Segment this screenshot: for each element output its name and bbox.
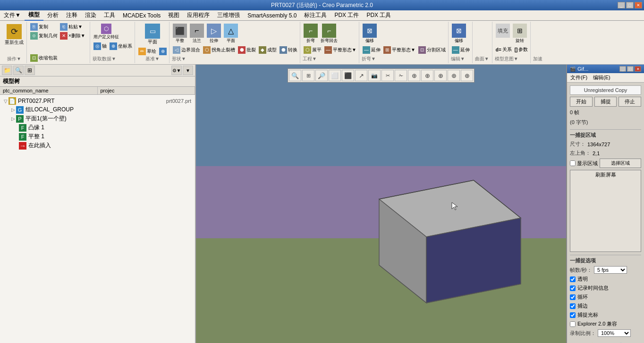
btn-bend[interactable]: ⌐ 折弯 [303, 23, 319, 45]
btn-flat-state2[interactable]: ⊞平整形态▼ [382, 46, 416, 54]
tree-item-feature2[interactable]: F 平整 1 [2, 132, 193, 141]
tree-filter-btn[interactable]: ▼ [183, 66, 193, 75]
maximize-button[interactable]: □ [626, 2, 634, 8]
close-button[interactable]: ✕ [635, 2, 642, 8]
gif-menu-edit[interactable]: 编辑(E) [590, 74, 613, 82]
btn-flatten[interactable]: ⬛ 平整 [172, 23, 188, 45]
vp-btn-frame2[interactable]: ⬛ [342, 70, 354, 81]
btn-flat-state[interactable]: —平整形态▼ [323, 46, 357, 54]
gif-minimize-btn[interactable]: _ [619, 66, 626, 72]
btn-copy[interactable]: ⎘复制 [29, 23, 59, 31]
btn-axis[interactable]: ◎轴 [93, 42, 108, 50]
gif-explorer-checkbox[interactable] [570, 321, 576, 327]
menu-smartassembly[interactable]: SmartAssembly 5.0 [244, 11, 300, 20]
btn-extrude[interactable]: ▷ 拉伸 [206, 23, 222, 45]
menu-apps[interactable]: 应用程序 [183, 10, 213, 20]
btn-unbend[interactable]: ⌐ 折弯回去 [320, 23, 339, 45]
menu-3d-enhance[interactable]: 三维增强 [213, 10, 244, 20]
gif-start-btn[interactable]: 开始 [570, 97, 593, 107]
vp-btn-plus2[interactable]: ⊕ [421, 70, 433, 81]
vp-btn-frame1[interactable]: ⬜ [329, 70, 341, 81]
vp-btn-cut1[interactable]: ✂ [381, 70, 394, 81]
gif-close-btn[interactable]: ✕ [635, 66, 641, 72]
btn-crack[interactable]: ⬢批裂 [237, 46, 257, 54]
tree-item-root[interactable]: ▽ 📄 PRT0027.PRT prt0027.prt [2, 97, 193, 105]
gif-cursor-checkbox[interactable] [570, 312, 576, 318]
btn-offset[interactable]: ⊠ 偏移 [362, 23, 378, 45]
menu-tools[interactable]: 工具 [100, 10, 119, 20]
btn-offset2[interactable]: ⊠ 偏移 [451, 23, 467, 45]
btn-relation[interactable]: d=关系 [495, 46, 513, 53]
btn-copy-geom[interactable]: ⎊复制几何 [29, 32, 59, 40]
gif-display-region-check[interactable]: 显示区域 [570, 160, 598, 167]
menu-render[interactable]: 渲染 [81, 10, 100, 20]
menu-pdx-part[interactable]: PDX 工件 [330, 10, 363, 20]
tree-item-root-value: prt0027.prt [166, 98, 191, 104]
tree-icon-search[interactable]: 🔍 [13, 66, 24, 75]
vp-btn-zoom-fit[interactable]: ⊞ [302, 70, 314, 81]
btn-fill[interactable]: 填充 [495, 23, 511, 45]
btn-sketch[interactable]: ✏草绘 [137, 47, 157, 56]
gif-stop-btn[interactable]: 停止 [619, 97, 641, 107]
vp-btn-plus1[interactable]: ⊕ [408, 70, 420, 81]
btn-surface[interactable]: △ 平面 [223, 23, 239, 45]
btn-extend[interactable]: —延伸 [362, 46, 381, 54]
menu-annotation[interactable]: 注释 [62, 10, 81, 20]
vp-btn-plus4[interactable]: ⊕ [448, 70, 460, 81]
btn-form[interactable]: ◆成型 [258, 46, 278, 54]
btn-user-feature[interactable]: ⬡ 用户定义特征 [93, 23, 120, 41]
gif-menu-file[interactable]: 文件(F) [568, 74, 590, 82]
gif-fps-select[interactable]: 5 fps 10 fps 15 fps 20 fps 30 fps [594, 266, 627, 274]
menu-view[interactable]: 视图 [164, 10, 183, 20]
gif-recordtime-checkbox[interactable] [570, 285, 576, 291]
btn-table[interactable]: ⊞ 旋转 [512, 23, 528, 45]
gif-border-checkbox[interactable] [570, 303, 576, 309]
gif-transparent-checkbox[interactable] [570, 276, 576, 282]
gif-capture-btn[interactable]: 捕捉 [594, 97, 617, 107]
gif-refresh-btn[interactable]: 刷新屏幕 [570, 170, 641, 252]
btn-split-region[interactable]: ⊡分割区域 [417, 46, 447, 54]
btn-coord2[interactable]: ⊕ [158, 47, 168, 56]
tree-item-group[interactable]: ▷ G 组LOCAL_GROUP [2, 105, 193, 114]
tree-icon-filter[interactable]: ⊞ [25, 66, 35, 75]
vp-btn-plus3[interactable]: ⊕ [434, 70, 447, 81]
btn-extend2[interactable]: —延伸 [451, 46, 471, 54]
tree-item-plane[interactable]: ▷ P 平面1(第一个壁) [2, 114, 193, 123]
btn-plane[interactable]: ▭ 平面 [144, 23, 161, 46]
vp-btn-zoom-in[interactable]: 🔍 [289, 70, 301, 81]
btn-param[interactable]: []参数 [514, 46, 529, 53]
tree-item-feature1[interactable]: F 凸缘 1 [2, 123, 193, 132]
btn-unfold[interactable]: ⬡展平 [303, 46, 322, 54]
tree-settings-btn[interactable]: ⚙▼ [171, 66, 182, 75]
menu-mcadex[interactable]: MCADEx Tools [119, 11, 164, 20]
gif-scale-select[interactable]: 100% 75% 50% 25% [598, 329, 631, 337]
vp-btn-orient[interactable]: ↗ [355, 70, 367, 81]
menu-file[interactable]: 文件▼ [0, 10, 25, 20]
gif-maximize-btn[interactable]: □ [627, 66, 634, 72]
menu-pdx-tools[interactable]: PDX 工具 [363, 10, 395, 20]
btn-delete[interactable]: ✕×删除▼ [59, 32, 88, 40]
vp-btn-zoom-out[interactable]: 🔎 [315, 70, 328, 81]
gif-loop-checkbox[interactable] [570, 294, 576, 300]
gif-select-region-btn[interactable]: 选择区域 [600, 159, 641, 168]
btn-coord[interactable]: ⊕坐标系 [109, 42, 133, 50]
tree-item-insert[interactable]: → 在此插入 [2, 141, 193, 150]
ribbon-toolbar: ⟳ 重新生成 操作▼ ⎘复制 ⎗粘贴▼ ⎊复制几何 ✕×删除▼ ⊡收缩包装 ⬡ … [0, 21, 644, 65]
minimize-button[interactable]: _ [618, 2, 625, 8]
vp-btn-camera[interactable]: 📷 [368, 70, 381, 81]
menu-annotation-tools[interactable]: 标注工具 [300, 10, 330, 20]
btn-corner-notch[interactable]: ⬡拐角止裂槽 [202, 46, 236, 54]
tree-icon-folder[interactable]: 📁 [2, 66, 12, 75]
btn-paste[interactable]: ⎗粘贴▼ [59, 23, 88, 31]
btn-flange[interactable]: ⌐ 法兰 [189, 23, 205, 45]
btn-regenerate[interactable]: ⟳ 重新生成 [3, 23, 25, 47]
menu-model[interactable]: 模型 [25, 10, 43, 21]
gif-display-region-checkbox[interactable] [570, 160, 576, 166]
menu-analysis[interactable]: 分析 [43, 10, 62, 20]
btn-shrinkwrap[interactable]: ⊡收缩包装 [29, 54, 88, 62]
vp-btn-plus5[interactable]: ⊕ [461, 70, 473, 81]
vp-btn-cut2[interactable]: ✁ [395, 70, 407, 81]
btn-convert[interactable]: ⬣转换 [279, 46, 298, 54]
viewport: 🔍 ⊞ 🔎 ⬜ ⬛ ↗ 📷 ✂ ✁ ⊕ ⊕ ⊕ ⊕ ⊕ [196, 65, 566, 343]
btn-blend[interactable]: ◁边界混合 [172, 46, 201, 54]
